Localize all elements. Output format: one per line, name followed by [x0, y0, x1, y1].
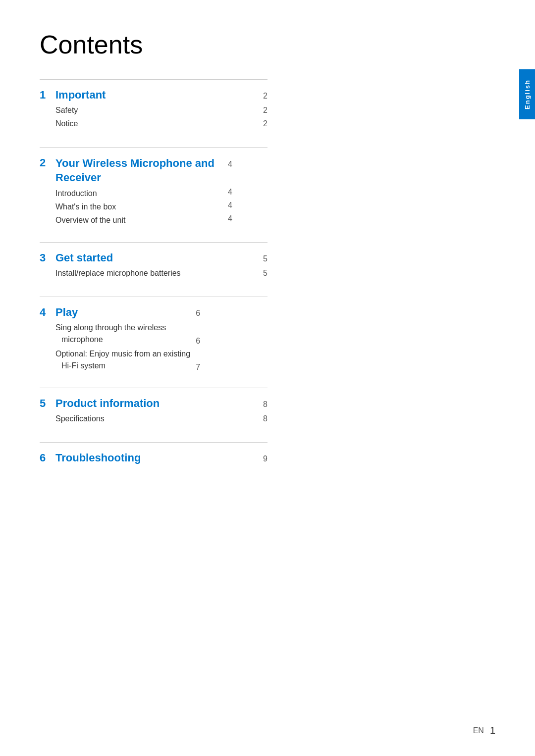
section-4-header-row: 4 Play 6 Sing along through the wireless… — [40, 306, 268, 372]
side-tab-label: English — [524, 79, 531, 109]
section-3-header: 3 Get started 5 — [40, 252, 268, 264]
section-1-page: 2 — [258, 92, 268, 101]
toc-section-4: 4 Play 6 Sing along through the wireless… — [40, 297, 268, 383]
section-6-title: Troubleshooting — [55, 452, 141, 464]
section-2-sub-2-text: What's in the box — [55, 201, 116, 213]
section-5-page: 8 — [258, 400, 268, 409]
section-6-page: 9 — [258, 454, 268, 463]
section-4-sub-1-page: 6 — [190, 337, 200, 346]
section-3-number-title: 3 Get started — [40, 252, 113, 264]
section-4-sub-2-line2: Hi-Fi system — [55, 361, 106, 370]
section-1-sub-2-text: Notice — [55, 118, 78, 130]
section-4-sub-1-line2: microphone — [55, 335, 103, 344]
section-5-title: Product information — [55, 397, 160, 410]
toc-section-3: 3 Get started 5 Install/replace micropho… — [40, 242, 268, 292]
section-6-num: 6 — [40, 452, 50, 464]
section-2-header-row: 2 Your Wireless Microphone andReceiver 4… — [40, 156, 268, 226]
section-5-number-title: 5 Product information — [40, 397, 160, 410]
section-4-title: Play — [55, 306, 78, 319]
section-1-header: 1 Important 2 — [40, 89, 268, 101]
section-2-title: Your Wireless Microphone andReceiver — [55, 156, 214, 185]
section-1-sub-1-page: 2 — [258, 106, 268, 115]
section-2-page: 4 — [222, 160, 232, 169]
footer-label: EN — [473, 726, 484, 735]
section-3-page: 5 — [258, 254, 268, 263]
toc-section-1: 1 Important 2 Safety 2 Notice 2 — [40, 79, 268, 142]
section-4-num: 4 — [40, 306, 50, 319]
section-2-num: 2 — [40, 156, 50, 169]
side-tab: English — [519, 69, 535, 119]
toc-section-2: 2 Your Wireless Microphone andReceiver 4… — [40, 147, 268, 237]
section-5-num: 5 — [40, 397, 50, 410]
section-4-page: 6 — [190, 309, 200, 318]
section-4-content: Play 6 Sing along through the wireless m… — [55, 306, 200, 372]
section-5-sub-1-page: 8 — [258, 414, 268, 423]
section-1-number-title: 1 Important — [40, 89, 106, 101]
section-5-sub-1: Specifications 8 — [55, 413, 268, 425]
section-5-sub-1-text: Specifications — [55, 413, 105, 425]
section-4-sub-2-page: 7 — [190, 363, 200, 372]
section-4-sub-1-line1: Sing along through the wireless — [55, 323, 166, 332]
section-3-sub-1-text: Install/replace microphone batteries — [55, 267, 181, 279]
toc-section-5: 5 Product information 8 Specifications 8 — [40, 388, 268, 437]
section-1-title: Important — [55, 89, 106, 101]
section-2-sub-2-page: 4 — [222, 201, 232, 213]
footer: EN 1 — [473, 725, 495, 736]
section-6-number-title: 6 Troubleshooting — [40, 452, 141, 464]
section-3-sub-1-page: 5 — [258, 269, 268, 278]
section-5-header: 5 Product information 8 — [40, 397, 268, 410]
footer-page: 1 — [490, 725, 495, 736]
section-1-sub-1-text: Safety — [55, 104, 78, 116]
section-4-sub-2-line1: Optional: Enjoy music from an existing — [55, 350, 190, 358]
section-2-sub-1-text: Introduction — [55, 188, 97, 200]
section-1-sub-2-page: 2 — [258, 119, 268, 128]
section-1-sub-2: Notice 2 — [55, 118, 268, 130]
section-2-title-wrapper: 2 Your Wireless Microphone andReceiver 4… — [40, 156, 232, 226]
toc-section-6: 6 Troubleshooting 9 — [40, 442, 268, 478]
section-6-header: 6 Troubleshooting 9 — [40, 452, 268, 464]
page-container: English Contents 1 Important 2 Safety 2 … — [0, 0, 535, 756]
section-1-sub-1: Safety 2 — [55, 104, 268, 116]
section-3-title: Get started — [55, 252, 113, 264]
section-4-title-wrapper: 4 Play 6 Sing along through the wireless… — [40, 306, 200, 372]
section-2-sub-3-page: 4 — [222, 214, 232, 226]
section-3-sub-1: Install/replace microphone batteries 5 — [55, 267, 268, 279]
page-title: Contents — [40, 30, 268, 59]
content-area: Contents 1 Important 2 Safety 2 Notice 2 — [0, 0, 307, 513]
section-1-num: 1 — [40, 89, 50, 101]
section-2-sub-3-text: Overview of the unit — [55, 214, 125, 226]
section-2-content: Your Wireless Microphone andReceiver 4 I… — [55, 156, 232, 226]
section-3-num: 3 — [40, 252, 50, 264]
section-2-sub-1-page: 4 — [222, 188, 232, 200]
